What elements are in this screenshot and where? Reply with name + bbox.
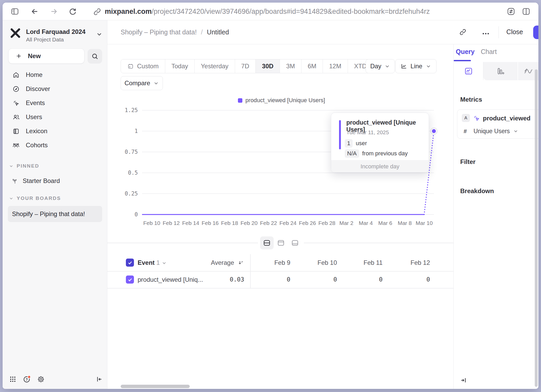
line-chart-icon xyxy=(401,63,407,70)
horizontal-scrollbar-thumb[interactable] xyxy=(121,385,190,388)
metric-card[interactable]: A product_viewed # Unique Users xyxy=(457,109,538,139)
svg-text:1: 1 xyxy=(134,128,138,134)
svg-text:Feb 18: Feb 18 xyxy=(221,220,238,226)
table-header-feb9[interactable]: Feb 9 xyxy=(274,259,290,266)
range-30d-selected[interactable]: 30D xyxy=(255,59,280,73)
copy-link-icon[interactable] xyxy=(459,28,467,36)
aggregation-prefix: # xyxy=(464,128,467,135)
sidebar-item-lexicon[interactable]: Lexicon xyxy=(3,124,107,138)
chevron-down-icon[interactable] xyxy=(96,31,103,38)
chevron-down-icon xyxy=(162,260,167,266)
svg-text:Feb 14: Feb 14 xyxy=(182,220,199,226)
gear-icon[interactable] xyxy=(37,375,45,383)
chevron-down-icon xyxy=(153,80,159,86)
users-icon xyxy=(13,114,20,121)
more-options-icon[interactable] xyxy=(482,30,490,38)
your-boards-section-header[interactable]: YOUR BOARDS xyxy=(9,195,61,201)
tab-query[interactable]: Query xyxy=(456,48,475,56)
svg-text:Feb 22: Feb 22 xyxy=(260,220,277,226)
table-header-average[interactable]: Average xyxy=(211,259,244,266)
event-cursor-icon xyxy=(473,115,480,122)
sidebar-item-events[interactable]: Events xyxy=(3,96,107,110)
tooltip-footer: Incomplete day xyxy=(331,160,429,172)
svg-text:?: ? xyxy=(26,378,28,382)
workspace-name[interactable]: Lord Farquaad 2024 xyxy=(26,28,85,35)
check-icon xyxy=(127,277,133,282)
new-button[interactable]: New xyxy=(8,48,84,64)
active-tab-underline xyxy=(454,60,471,61)
table-header-feb11[interactable]: Feb 11 xyxy=(364,259,383,266)
calendar-icon xyxy=(127,63,134,70)
table-cell-feb11: 0 xyxy=(379,276,383,283)
breadcrumb-board[interactable]: Shopify – Piping that data! xyxy=(121,28,197,36)
sidebar-item-shopify-board[interactable]: Shopify – Piping that data! xyxy=(8,206,102,222)
sidebar-item-starter-board[interactable]: Starter Board xyxy=(11,177,60,185)
sidebar-item-cohorts[interactable]: Cohorts xyxy=(3,138,107,152)
reload-icon[interactable] xyxy=(68,7,77,16)
range-3m[interactable]: 3M xyxy=(280,59,301,73)
vertical-scrollbar-thumb[interactable] xyxy=(535,69,538,387)
table-row-name[interactable]: product_viewed [Uniq... xyxy=(138,276,203,283)
range-today[interactable]: Today xyxy=(165,59,194,73)
layout-table-only-toggle[interactable] xyxy=(288,236,302,249)
forward-icon[interactable] xyxy=(50,7,58,16)
chart-legend[interactable]: product_viewed [Unique Users] xyxy=(119,97,444,104)
range-yesterday[interactable]: Yesterday xyxy=(194,59,235,73)
metric-event-name[interactable]: product_viewed xyxy=(483,115,531,122)
split-view-icon[interactable] xyxy=(522,7,531,16)
compare-button[interactable]: Compare xyxy=(121,76,163,90)
mixpanel-logo xyxy=(9,27,21,39)
browser-sidebar-toggle-icon[interactable] xyxy=(10,7,19,16)
svg-text:Feb 20: Feb 20 xyxy=(241,220,257,226)
report-header: Shopify – Piping that data!/Untitled Clo… xyxy=(107,20,538,44)
layout-chart-only-toggle[interactable] xyxy=(274,236,288,249)
sidebar-item-home[interactable]: Home xyxy=(3,68,107,82)
tab-chart[interactable]: Chart xyxy=(481,48,497,56)
chart-type-dropdown[interactable]: Line xyxy=(395,59,437,73)
table-cell-feb9: 0 xyxy=(287,276,290,283)
tooltip-value: 1 xyxy=(345,139,353,148)
layout-toggle-group xyxy=(258,235,304,250)
range-6m[interactable]: 6M xyxy=(301,59,323,73)
notification-badge xyxy=(28,376,31,378)
sidebar-item-discover[interactable]: Discover xyxy=(3,82,107,96)
close-button[interactable]: Close xyxy=(506,28,523,36)
select-all-checkbox[interactable] xyxy=(126,259,134,267)
legend-label: product_viewed [Unique Users] xyxy=(245,97,325,104)
row-checkbox[interactable] xyxy=(126,275,134,284)
back-icon[interactable] xyxy=(30,7,39,16)
granularity-dropdown[interactable]: Day xyxy=(366,59,395,73)
svg-text:0.75: 0.75 xyxy=(125,149,138,155)
table-column-divider xyxy=(250,254,251,288)
breadcrumb-report[interactable]: Untitled xyxy=(207,28,229,36)
apps-grid-icon[interactable] xyxy=(9,375,17,383)
collapse-sidebar-icon[interactable] xyxy=(95,375,103,383)
sidebar-item-label: Events xyxy=(26,99,45,107)
breakdown-section-header: Breakdown xyxy=(460,187,494,195)
layout-split-toggle[interactable] xyxy=(260,236,274,249)
range-12m[interactable]: 12M xyxy=(323,59,348,73)
search-button[interactable] xyxy=(88,49,102,64)
insights-tab-selected[interactable] xyxy=(454,62,483,80)
sidebar-item-label: Users xyxy=(26,113,42,121)
tooltip-value-row: 1 user xyxy=(345,139,367,148)
funnels-tab[interactable] xyxy=(483,62,518,80)
workspace-subtitle: All Project Data xyxy=(26,36,64,43)
table-header-feb12[interactable]: Feb 12 xyxy=(410,259,430,266)
range-7d[interactable]: 7D xyxy=(235,59,256,73)
aggregation-dropdown[interactable]: Unique Users xyxy=(474,128,510,135)
save-button[interactable] xyxy=(533,26,538,39)
page-settings-icon[interactable] xyxy=(507,7,515,16)
tooltip-series-bar xyxy=(339,120,341,149)
chevron-down-icon xyxy=(9,196,14,201)
table-event-header[interactable]: Event 1 xyxy=(138,259,167,266)
range-custom[interactable]: Custom xyxy=(121,59,165,73)
table-cell-average: 0.03 xyxy=(230,276,244,283)
collapse-panel-icon[interactable] xyxy=(459,376,467,384)
address-bar[interactable]: mixpanel.com/project/3472420/view/397469… xyxy=(105,8,430,16)
query-type-tabs xyxy=(454,62,538,80)
pinned-section-header[interactable]: PINNED xyxy=(9,163,39,169)
table-header-feb10[interactable]: Feb 10 xyxy=(317,259,337,266)
help-icon[interactable]: ? xyxy=(23,375,31,383)
sidebar-item-users[interactable]: Users xyxy=(3,110,107,124)
